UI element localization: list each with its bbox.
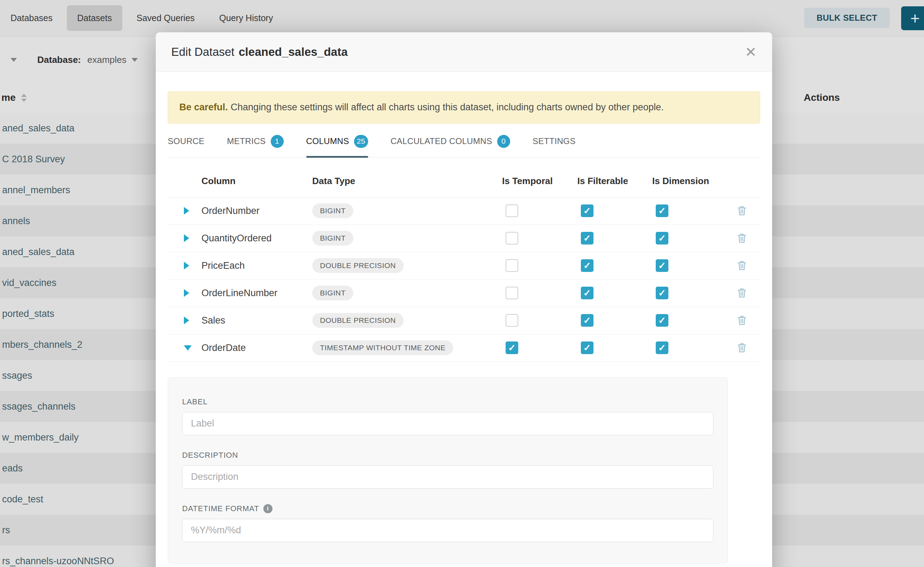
- trash-icon: [737, 287, 747, 298]
- data-type-badge: DOUBLE PRECISION: [312, 313, 403, 328]
- column-row: SalesDOUBLE PRECISION: [168, 307, 760, 334]
- columns-table-body: OrderNumberBIGINTQuantityOrderedBIGINTPr…: [168, 197, 760, 362]
- expand-caret-icon[interactable]: [181, 234, 202, 242]
- trash-icon: [737, 260, 747, 271]
- is-filterable-checkbox[interactable]: [581, 314, 593, 327]
- metrics-count-badge: 1: [271, 135, 284, 148]
- label-field-group: LABEL: [182, 398, 713, 435]
- trash-icon: [737, 232, 747, 244]
- is-dimension-checkbox[interactable]: [656, 204, 668, 217]
- description-input[interactable]: [182, 465, 713, 489]
- data-type-badge: BIGINT: [312, 231, 354, 246]
- is-filterable-checkbox[interactable]: [581, 259, 593, 272]
- data-type-badge: BIGINT: [312, 286, 354, 300]
- description-field-group: DESCRIPTION: [182, 451, 713, 489]
- delete-column-icon[interactable]: [737, 315, 761, 326]
- data-type-badge: BIGINT: [312, 203, 354, 218]
- column-name: PriceEach: [202, 260, 312, 271]
- header-is-temporal: Is Temporal: [502, 176, 577, 186]
- is-filterable-checkbox[interactable]: [581, 204, 593, 217]
- trash-icon: [737, 342, 747, 353]
- is-dimension-checkbox[interactable]: [656, 232, 668, 244]
- description-field-label: DESCRIPTION: [182, 451, 713, 460]
- is-dimension-checkbox[interactable]: [656, 259, 668, 272]
- tab-label: SETTINGS: [533, 136, 576, 146]
- column-row: PriceEachDOUBLE PRECISION: [168, 252, 760, 280]
- column-name: OrderDate: [202, 342, 312, 353]
- modal-tabs: SOURCE METRICS 1 COLUMNS 25 CALCULATED C…: [168, 135, 760, 158]
- datetime-format-input[interactable]: [182, 519, 713, 542]
- is-temporal-checkbox[interactable]: [506, 232, 518, 244]
- expand-caret-icon[interactable]: [181, 262, 202, 270]
- tab-label: COLUMNS: [306, 136, 349, 146]
- warning-banner-text: Changing these settings will affect all …: [231, 102, 664, 112]
- column-name: OrderNumber: [202, 206, 312, 216]
- expand-caret-icon[interactable]: [181, 207, 202, 214]
- is-filterable-checkbox[interactable]: [581, 286, 593, 299]
- trash-icon: [737, 315, 747, 326]
- delete-column-icon[interactable]: [737, 342, 761, 353]
- columns-count-badge: 25: [354, 135, 368, 148]
- tab-columns[interactable]: COLUMNS 25: [306, 135, 368, 157]
- is-filterable-checkbox[interactable]: [581, 232, 593, 244]
- header-is-filterable: Is Filterable: [577, 176, 652, 186]
- column-name: QuantityOrdered: [202, 233, 312, 244]
- expand-caret-icon[interactable]: [181, 316, 202, 324]
- label-field-label: LABEL: [182, 398, 713, 406]
- column-row: OrderNumberBIGINT: [168, 197, 760, 225]
- is-temporal-checkbox[interactable]: [506, 204, 518, 217]
- expand-caret-icon[interactable]: [181, 289, 202, 297]
- close-icon[interactable]: ✕: [745, 45, 757, 59]
- datetime-format-field-group: DATETIME FORMAT i: [182, 504, 713, 542]
- modal-body: Be careful.Changing these settings will …: [156, 92, 772, 564]
- is-filterable-checkbox[interactable]: [581, 342, 593, 354]
- label-input[interactable]: [182, 412, 713, 435]
- is-dimension-checkbox[interactable]: [656, 342, 668, 354]
- edit-dataset-modal: Edit Datasetcleaned_sales_data ✕ Be care…: [156, 32, 772, 567]
- header-column: Column: [202, 176, 312, 186]
- modal-title-dataset-name: cleaned_sales_data: [239, 45, 348, 58]
- warning-banner-bold: Be careful.: [179, 102, 228, 112]
- column-name: Sales: [202, 315, 312, 326]
- column-detail-panel: LABEL DESCRIPTION DATETIME FORMAT i: [168, 377, 728, 564]
- tab-metrics[interactable]: METRICS 1: [227, 135, 283, 157]
- datetime-format-field-label: DATETIME FORMAT i: [182, 504, 713, 513]
- data-type-badge: DOUBLE PRECISION: [312, 258, 403, 273]
- tab-label: CALCULATED COLUMNS: [391, 136, 492, 146]
- expand-caret-icon[interactable]: [181, 345, 202, 351]
- delete-column-icon[interactable]: [737, 232, 761, 244]
- header-is-dimension: Is Dimension: [652, 176, 737, 186]
- tab-source[interactable]: SOURCE: [168, 135, 204, 157]
- tab-label: METRICS: [227, 136, 265, 146]
- is-temporal-checkbox[interactable]: [506, 314, 518, 327]
- column-row: QuantityOrderedBIGINT: [168, 225, 760, 252]
- delete-column-icon[interactable]: [737, 287, 761, 298]
- trash-icon: [737, 205, 747, 216]
- modal-title: Edit Datasetcleaned_sales_data: [171, 45, 348, 58]
- is-temporal-checkbox[interactable]: [506, 259, 518, 272]
- column-name: OrderLineNumber: [202, 288, 312, 298]
- info-icon: i: [263, 504, 272, 513]
- tab-calculated-columns[interactable]: CALCULATED COLUMNS 0: [391, 135, 510, 157]
- tab-label: SOURCE: [168, 136, 204, 146]
- column-row: OrderDateTIMESTAMP WITHOUT TIME ZONE: [168, 334, 760, 362]
- column-row: OrderLineNumberBIGINT: [168, 280, 760, 307]
- is-dimension-checkbox[interactable]: [656, 314, 668, 327]
- warning-banner: Be careful.Changing these settings will …: [168, 92, 760, 124]
- tab-settings[interactable]: SETTINGS: [533, 135, 576, 157]
- is-dimension-checkbox[interactable]: [656, 286, 668, 299]
- delete-column-icon[interactable]: [737, 260, 761, 271]
- data-type-badge: TIMESTAMP WITHOUT TIME ZONE: [312, 340, 453, 355]
- columns-table-header: Column Data Type Is Temporal Is Filterab…: [168, 158, 760, 197]
- header-data-type: Data Type: [312, 176, 502, 186]
- calculated-columns-count-badge: 0: [497, 135, 510, 148]
- modal-header: Edit Datasetcleaned_sales_data ✕: [156, 32, 772, 72]
- is-temporal-checkbox[interactable]: [506, 286, 518, 299]
- is-temporal-checkbox[interactable]: [506, 342, 518, 354]
- modal-title-prefix: Edit Dataset: [171, 45, 235, 58]
- delete-column-icon[interactable]: [737, 205, 761, 216]
